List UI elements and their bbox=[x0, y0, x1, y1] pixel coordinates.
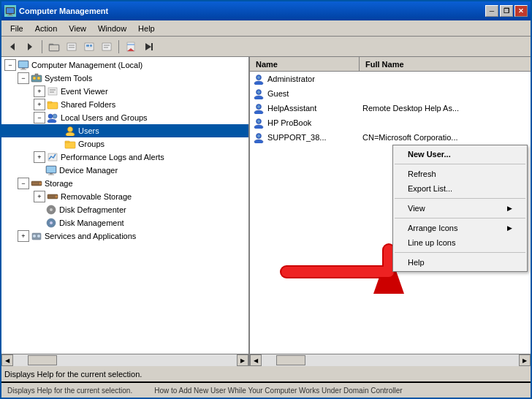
toolbar-btn-1[interactable] bbox=[64, 39, 80, 55]
svg-point-69 bbox=[257, 105, 260, 108]
close-button[interactable]: ✕ bbox=[514, 5, 528, 17]
svg-point-65 bbox=[254, 96, 263, 99]
window-title: Computer Management bbox=[19, 7, 108, 15]
ctx-refresh[interactable]: Refresh bbox=[393, 167, 527, 181]
tree-device-manager[interactable]: Device Manager bbox=[1, 164, 248, 177]
ctx-view[interactable]: View ▶ bbox=[393, 201, 527, 216]
list-row[interactable]: SUPPORT_38... CN=Microsoft Corporatio... bbox=[250, 130, 531, 145]
menu-file[interactable]: File bbox=[4, 23, 29, 34]
svg-point-62 bbox=[254, 81, 263, 85]
ctx-arrange-icons[interactable]: Arrange Icons ▶ bbox=[393, 221, 527, 235]
toolbar-btn-bookmark[interactable] bbox=[123, 39, 139, 55]
tree-local-users-groups[interactable]: − Local Users and Groups bbox=[1, 111, 248, 124]
menu-action[interactable]: Action bbox=[29, 23, 64, 34]
tree-perf-logs[interactable]: + Performance Logs and Alerts bbox=[1, 151, 248, 164]
svg-point-38 bbox=[53, 114, 57, 118]
menu-window[interactable]: Window bbox=[92, 23, 132, 34]
main-window: Computer Management ─ ❐ ✕ File Action Vi… bbox=[0, 0, 532, 399]
back-button[interactable] bbox=[4, 39, 20, 55]
left-scroll-thumb[interactable] bbox=[28, 355, 57, 365]
svg-rect-27 bbox=[20, 69, 26, 70]
list-row[interactable]: HelpAssistant Remote Desktop Help As... bbox=[250, 101, 531, 115]
svg-rect-36 bbox=[48, 102, 52, 103]
menu-help[interactable]: Help bbox=[132, 23, 161, 34]
tree-removable-storage-expander[interactable]: + bbox=[34, 191, 45, 202]
svg-rect-14 bbox=[90, 45, 92, 47]
right-scroll-thumb[interactable] bbox=[276, 355, 305, 365]
ctx-sep3 bbox=[395, 218, 525, 218]
svg-point-55 bbox=[50, 208, 53, 211]
tree-root-label: Computer Management (Local) bbox=[31, 61, 142, 69]
tree-storage[interactable]: − Storage bbox=[1, 177, 248, 190]
svg-rect-15 bbox=[86, 48, 92, 48]
window-icon bbox=[4, 5, 16, 17]
tree-storage-expander[interactable]: − bbox=[18, 178, 29, 189]
ctx-lineup-icons[interactable]: Line up Icons bbox=[393, 235, 527, 250]
tree-shared-folders-expander[interactable]: + bbox=[34, 99, 45, 110]
right-scroll-right[interactable]: ▶ bbox=[519, 354, 531, 366]
tree-users[interactable]: Users bbox=[1, 124, 248, 137]
tree-local-users-groups-expander[interactable]: − bbox=[34, 112, 45, 123]
forward-button[interactable] bbox=[22, 39, 38, 55]
svg-point-39 bbox=[48, 119, 56, 123]
list-header: Name Full Name bbox=[250, 57, 531, 72]
minimize-button[interactable]: ─ bbox=[485, 5, 498, 17]
tree-system-tools-icon bbox=[31, 72, 42, 84]
tree-event-viewer-icon bbox=[47, 86, 58, 97]
toolbar-btn-play[interactable] bbox=[140, 39, 156, 55]
svg-rect-42 bbox=[65, 142, 75, 148]
tree-system-tools-label: System Tools bbox=[45, 74, 92, 83]
tree-shared-folders[interactable]: + Shared Folders bbox=[1, 98, 248, 111]
tree-perf-logs-expander[interactable]: + bbox=[34, 151, 45, 163]
tree-removable-storage[interactable]: + Removable Storage bbox=[1, 190, 248, 203]
tree-disk-defrag[interactable]: Disk Defragmenter bbox=[1, 203, 248, 216]
right-scroll-track[interactable] bbox=[262, 354, 519, 366]
tree-disk-mgmt[interactable]: Disk Management bbox=[1, 216, 248, 229]
svg-point-66 bbox=[257, 91, 260, 94]
tree-services-apps-expander[interactable]: + bbox=[18, 230, 29, 242]
row-guest-icon bbox=[253, 88, 265, 99]
right-panel: Name Full Name Administrator bbox=[250, 57, 531, 354]
svg-marker-22 bbox=[145, 43, 151, 50]
tree-disk-mgmt-icon bbox=[45, 217, 57, 229]
svg-rect-32 bbox=[48, 88, 57, 95]
svg-rect-2 bbox=[9, 14, 12, 15]
tree-groups-icon bbox=[64, 138, 76, 150]
svg-point-30 bbox=[33, 77, 36, 80]
ctx-help[interactable]: Help bbox=[393, 255, 527, 270]
svg-point-31 bbox=[37, 77, 40, 80]
left-scroll-track[interactable] bbox=[13, 354, 237, 366]
tree-groups[interactable]: Groups bbox=[1, 137, 248, 151]
tree-system-tools-expander[interactable]: − bbox=[18, 72, 29, 84]
tree-event-viewer-expander[interactable]: + bbox=[34, 86, 45, 97]
svg-rect-29 bbox=[35, 74, 38, 76]
col-fullname[interactable]: Full Name bbox=[360, 57, 531, 71]
tree-system-tools[interactable]: − System Tools bbox=[1, 72, 248, 85]
tree-event-viewer[interactable]: + Event Viewer bbox=[1, 85, 248, 98]
svg-rect-48 bbox=[48, 175, 54, 175]
left-scroll-left[interactable]: ◀ bbox=[1, 354, 13, 366]
menu-view[interactable]: View bbox=[63, 23, 92, 34]
svg-rect-47 bbox=[50, 173, 53, 175]
tree-disk-mgmt-label: Disk Management bbox=[59, 218, 124, 227]
ctx-export-list[interactable]: Export List... bbox=[393, 181, 527, 196]
col-name[interactable]: Name bbox=[250, 57, 360, 71]
list-row[interactable]: Guest bbox=[250, 86, 531, 101]
toolbar-btn-3[interactable] bbox=[99, 39, 115, 55]
list-row[interactable]: HP ProBook bbox=[250, 115, 531, 130]
right-scroll-left[interactable]: ◀ bbox=[250, 354, 262, 366]
tree-root[interactable]: − Computer Management (Local) bbox=[1, 58, 248, 72]
restore-button[interactable]: ❐ bbox=[500, 5, 513, 17]
list-row[interactable]: Administrator bbox=[250, 72, 531, 86]
tree-services-apps[interactable]: + Services and Applications bbox=[1, 229, 248, 243]
toolbar-btn-2[interactable] bbox=[81, 39, 97, 55]
row-hp-name: HP ProBook bbox=[267, 118, 362, 127]
tree-root-expander[interactable]: − bbox=[4, 59, 16, 71]
row-helpassistant-fullname: Remote Desktop Help As... bbox=[362, 104, 528, 113]
context-menu: New User... Refresh Export List... View … bbox=[392, 145, 528, 272]
right-hscroll: ◀ ▶ bbox=[250, 354, 531, 365]
tree-storage-label: Storage bbox=[45, 179, 73, 188]
left-scroll-right[interactable]: ▶ bbox=[237, 354, 248, 366]
toolbar-btn-folder[interactable] bbox=[46, 39, 62, 55]
ctx-new-user[interactable]: New User... bbox=[393, 147, 527, 162]
